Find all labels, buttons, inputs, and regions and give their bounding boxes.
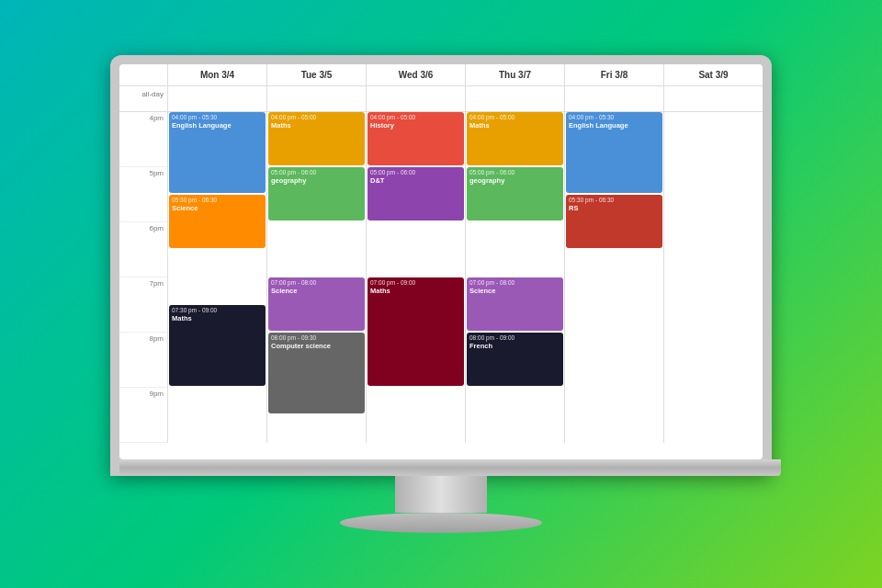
header-empty xyxy=(119,64,167,85)
day-fri: 04:00 pm - 05:30 English Language 05:30 … xyxy=(564,112,663,443)
allday-thu xyxy=(465,86,564,111)
event-time: 05:00 pm - 06:00 xyxy=(271,169,362,176)
event-fri-english[interactable]: 04:00 pm - 05:30 English Language xyxy=(566,112,662,193)
event-tue-cs[interactable]: 08:00 pm - 09:30 Computer science xyxy=(268,333,365,413)
event-time: 07:00 pm - 08:00 xyxy=(469,279,560,287)
header-thu: Thu 3/7 xyxy=(465,64,564,85)
allday-sat xyxy=(663,86,763,111)
monitor: Mon 3/4 Tue 3/5 Wed 3/6 Thu 3/7 Fri 3/8 … xyxy=(110,55,772,533)
time-6pm: 6pm xyxy=(119,222,167,277)
event-time: 08:00 pm - 09:00 xyxy=(469,334,560,342)
event-tue-science[interactable]: 07:00 pm - 08:00 Science xyxy=(268,277,365,331)
event-title: D&T xyxy=(370,176,461,185)
event-title: Science xyxy=(271,287,362,295)
event-tue-geography[interactable]: 05:00 pm - 06:00 geography xyxy=(268,167,365,220)
time-7pm: 7pm xyxy=(119,277,167,333)
day-sat xyxy=(663,112,763,443)
monitor-screen-outer: Mon 3/4 Tue 3/5 Wed 3/6 Thu 3/7 Fri 3/8 … xyxy=(110,55,772,476)
event-time: 04:00 pm - 05:30 xyxy=(172,114,263,121)
time-9pm: 9pm xyxy=(119,388,167,443)
monitor-stand-neck xyxy=(395,476,487,513)
allday-fri xyxy=(564,86,663,111)
header-sat: Sat 3/9 xyxy=(663,64,763,85)
header-tue: Tue 3/5 xyxy=(266,64,366,85)
event-title: English Language xyxy=(172,121,263,130)
day-thu: 04:00 pm - 05:00 Maths 05:00 pm - 06:00 … xyxy=(465,112,564,443)
monitor-bezel-bottom xyxy=(119,459,781,476)
header-mon: Mon 3/4 xyxy=(167,64,266,85)
event-title: geography xyxy=(271,176,362,185)
event-time: 07:30 pm - 09:00 xyxy=(172,307,263,314)
event-title: Maths xyxy=(469,121,560,130)
allday-wed xyxy=(366,86,465,111)
allday-row: all-day xyxy=(119,86,763,112)
event-wed-maths[interactable]: 07:00 pm - 09:00 Maths xyxy=(368,277,464,386)
calendar: Mon 3/4 Tue 3/5 Wed 3/6 Thu 3/7 Fri 3/8 … xyxy=(119,64,763,459)
event-mon-science[interactable]: 05:30 pm - 06:30 Science xyxy=(169,195,266,248)
event-title: Computer science xyxy=(271,342,362,350)
event-time: 05:00 pm - 06:00 xyxy=(469,169,560,176)
event-time: 05:30 pm - 06:30 xyxy=(172,197,263,204)
event-title: English Language xyxy=(569,121,660,130)
allday-label: all-day xyxy=(119,86,167,111)
header-fri: Fri 3/8 xyxy=(564,64,663,85)
event-time: 04:00 pm - 05:00 xyxy=(370,114,461,121)
event-time: 08:00 pm - 09:30 xyxy=(271,334,362,342)
event-title: Maths xyxy=(370,287,461,295)
event-thu-french[interactable]: 08:00 pm - 09:00 French xyxy=(467,333,563,386)
header-wed: Wed 3/6 xyxy=(366,64,465,85)
event-time: 07:00 pm - 09:00 xyxy=(370,279,461,287)
event-thu-maths[interactable]: 04:00 pm - 05:00 Maths xyxy=(467,112,563,165)
time-5pm: 5pm xyxy=(119,167,167,222)
allday-tue xyxy=(266,86,366,111)
event-title: Science xyxy=(172,204,263,212)
day-wed: 04:00 pm - 05:00 History 05:00 pm - 06:0… xyxy=(366,112,465,443)
event-mon-maths[interactable]: 07:30 pm - 09:00 Maths xyxy=(169,305,266,386)
event-title: Maths xyxy=(271,121,362,130)
event-title: RS xyxy=(569,204,660,212)
event-title: History xyxy=(370,121,461,130)
event-thu-science[interactable]: 07:00 pm - 08:00 Science xyxy=(467,277,563,331)
event-title: Science xyxy=(469,287,560,295)
day-tue: 04:00 pm - 05:00 Maths 05:00 pm - 06:00 … xyxy=(266,112,366,443)
event-thu-geography[interactable]: 05:00 pm - 06:00 geography xyxy=(467,167,563,220)
monitor-screen: Mon 3/4 Tue 3/5 Wed 3/6 Thu 3/7 Fri 3/8 … xyxy=(119,64,763,459)
time-4pm: 4pm xyxy=(119,112,167,167)
event-wed-dt[interactable]: 05:00 pm - 06:00 D&T xyxy=(368,167,464,220)
event-fri-rs[interactable]: 05:30 pm - 06:30 RS xyxy=(566,195,662,248)
event-time: 05:00 pm - 06:00 xyxy=(370,169,461,176)
event-time: 07:00 pm - 08:00 xyxy=(271,279,362,287)
event-time: 04:00 pm - 05:00 xyxy=(271,114,362,121)
event-mon-english[interactable]: 04:00 pm - 05:30 English Language xyxy=(169,112,266,193)
event-title: Maths xyxy=(172,314,263,322)
calendar-header: Mon 3/4 Tue 3/5 Wed 3/6 Thu 3/7 Fri 3/8 … xyxy=(119,64,763,86)
event-time: 05:30 pm - 06:30 xyxy=(569,197,660,204)
event-time: 04:00 pm - 05:00 xyxy=(469,114,560,121)
day-mon: 04:00 pm - 05:30 English Language 05:30 … xyxy=(167,112,266,443)
monitor-stand-base xyxy=(340,513,542,533)
time-labels: 4pm 5pm 6pm 7pm 8pm 9pm xyxy=(119,112,167,459)
event-title: geography xyxy=(469,176,560,185)
event-time: 04:00 pm - 05:30 xyxy=(569,114,660,121)
event-title: French xyxy=(469,342,560,350)
allday-mon xyxy=(167,86,266,111)
time-8pm: 8pm xyxy=(119,333,167,388)
event-wed-history[interactable]: 04:00 pm - 05:00 History xyxy=(368,112,464,165)
event-tue-maths[interactable]: 04:00 pm - 05:00 Maths xyxy=(268,112,365,165)
